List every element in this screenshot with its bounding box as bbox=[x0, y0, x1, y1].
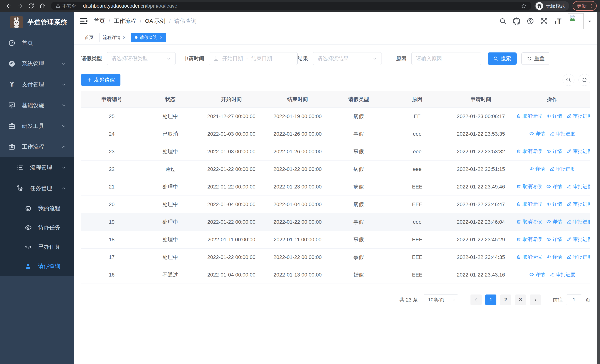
progress-action-link[interactable]: 审批进度 bbox=[567, 218, 590, 225]
avatar[interactable] bbox=[568, 13, 584, 29]
avatar-caret-icon[interactable] bbox=[587, 19, 592, 24]
github-icon[interactable] bbox=[513, 18, 520, 25]
cancel-action-link[interactable]: 取消请假 bbox=[516, 236, 542, 243]
progress-action-link[interactable]: 审批进度 bbox=[567, 254, 590, 260]
page-button-3[interactable]: 3 bbox=[515, 295, 526, 305]
detail-action-link[interactable]: 详情 bbox=[546, 236, 562, 243]
cell-reason: EEE bbox=[387, 266, 448, 284]
apply-time-range-picker[interactable]: 开始日期 - 结束日期 bbox=[209, 52, 298, 65]
close-icon[interactable]: × bbox=[160, 35, 162, 40]
sidebar-item-payment[interactable]: ¥支付管理 bbox=[0, 74, 74, 95]
detail-action-link[interactable]: 详情 bbox=[546, 201, 562, 207]
goto-page-input[interactable]: 1 bbox=[566, 295, 582, 305]
cancel-action-link[interactable]: 取消请假 bbox=[516, 148, 542, 155]
reset-button[interactable]: 重置 bbox=[521, 52, 550, 65]
cell-applied: 2022-01-23 00:06:17 bbox=[448, 107, 514, 125]
sidebar-item-done-tasks[interactable]: 已办任务 bbox=[0, 237, 74, 257]
cancel-action-link[interactable]: 取消请假 bbox=[516, 183, 542, 190]
detail-action-link[interactable]: 详情 bbox=[529, 131, 545, 137]
progress-action-link[interactable]: 审批进度 bbox=[550, 166, 575, 172]
progress-action-link[interactable]: 审批进度 bbox=[567, 236, 590, 243]
progress-action-link[interactable]: 审批进度 bbox=[567, 148, 590, 155]
progress-action-link[interactable]: 审批进度 bbox=[567, 183, 590, 190]
header-search-icon[interactable] bbox=[499, 18, 506, 25]
pen-icon bbox=[567, 254, 572, 259]
browser-reload-icon[interactable] bbox=[28, 3, 34, 9]
address-bar[interactable]: 不安全 dashboard.yudao.iocoder.cn /bpm/oa/l… bbox=[51, 2, 531, 10]
reason-input[interactable]: 请输入原因 bbox=[411, 52, 481, 65]
sidebar-item-leave-query[interactable]: 请假查询 bbox=[0, 257, 74, 276]
fullscreen-icon[interactable] bbox=[540, 18, 548, 25]
sidebar-item-todo-tasks[interactable]: 待办任务 bbox=[0, 218, 74, 237]
close-icon[interactable]: × bbox=[123, 35, 126, 40]
cell-actions: 取消请假详情审批进度 bbox=[514, 248, 590, 266]
cell-type: 事假 bbox=[331, 143, 386, 160]
cancel-action-link[interactable]: 取消请假 bbox=[516, 254, 542, 260]
cancel-action-link[interactable]: 取消请假 bbox=[516, 218, 542, 225]
progress-action-link[interactable]: 审批进度 bbox=[550, 271, 575, 278]
result-select[interactable]: 请选择流结果 bbox=[313, 52, 382, 65]
browser-forward-icon[interactable] bbox=[17, 3, 23, 9]
prev-page-button[interactable] bbox=[470, 295, 482, 305]
sidebar-item-process-mgmt[interactable]: 流程管理 bbox=[0, 157, 74, 178]
detail-action-link[interactable]: 详情 bbox=[546, 148, 562, 155]
pen-icon bbox=[567, 114, 572, 118]
sidebar-item-label: 流程管理 bbox=[30, 164, 52, 171]
browser-back-icon[interactable] bbox=[6, 3, 12, 9]
cell-applied: 2022-01-22 23:53:35 bbox=[448, 125, 514, 143]
trash-icon bbox=[516, 202, 521, 206]
breadcrumb-item[interactable]: 首页 bbox=[94, 17, 105, 25]
next-page-button[interactable] bbox=[530, 295, 541, 305]
navbar-tools: TT bbox=[499, 13, 597, 29]
sidebar-item-system[interactable]: 系统管理 bbox=[0, 53, 74, 74]
detail-action-link[interactable]: 详情 bbox=[546, 113, 562, 119]
detail-action-link[interactable]: 详情 bbox=[529, 166, 545, 172]
chevron-down-icon bbox=[166, 56, 171, 61]
browser-menu-icon[interactable] bbox=[590, 3, 594, 9]
cancel-action-link[interactable]: 取消请假 bbox=[516, 113, 542, 119]
sidebar-item-workflow[interactable]: 工作流程 bbox=[0, 136, 74, 157]
sidebar-item-task-mgmt[interactable]: 任务管理 bbox=[0, 178, 74, 199]
breadcrumb-separator: / bbox=[140, 18, 141, 24]
create-leave-button[interactable]: 发起请假 bbox=[81, 74, 121, 86]
hamburger-icon[interactable] bbox=[80, 18, 88, 24]
calendar-icon bbox=[213, 56, 219, 61]
detail-action-link[interactable]: 详情 bbox=[546, 254, 562, 260]
search-button[interactable]: 搜索 bbox=[488, 52, 517, 65]
sidebar-logo-row[interactable]: 芋道管理系统 bbox=[0, 12, 74, 33]
page-size-select[interactable]: 10条/页 bbox=[423, 295, 458, 305]
help-icon[interactable] bbox=[527, 18, 534, 25]
progress-action-link[interactable]: 审批进度 bbox=[567, 201, 590, 207]
font-size-icon[interactable]: TT bbox=[554, 18, 562, 25]
sidebar-item-my-process[interactable]: 我的流程 bbox=[0, 199, 74, 218]
browser-scrollbar[interactable] bbox=[597, 12, 600, 364]
breadcrumb-item[interactable]: 工作流程 bbox=[114, 17, 136, 25]
breadcrumb-item[interactable]: OA 示例 bbox=[145, 17, 166, 25]
tab-home[interactable]: 首页 bbox=[81, 33, 97, 42]
page-button-2[interactable]: 2 bbox=[500, 295, 511, 305]
progress-action-link[interactable]: 审批进度 bbox=[550, 131, 575, 137]
toggle-search-button[interactable] bbox=[562, 74, 574, 86]
tab-leave-query[interactable]: 请假查询× bbox=[131, 33, 166, 42]
detail-action-link[interactable]: 详情 bbox=[529, 271, 545, 278]
detail-action-link[interactable]: 详情 bbox=[546, 218, 562, 225]
sidebar-item-infra[interactable]: 基础设施 bbox=[0, 95, 74, 116]
goto-label: 前往 bbox=[553, 297, 563, 303]
tab-process-detail[interactable]: 流程详情× bbox=[99, 33, 129, 42]
cell-end: 2022-01-26 00:00:00 bbox=[264, 125, 331, 143]
refresh-table-button[interactable] bbox=[579, 74, 590, 86]
browser-update-button[interactable]: 更新 bbox=[572, 1, 597, 11]
sidebar-item-home[interactable]: 首页 bbox=[0, 33, 74, 53]
sidebar-item-label: 请假查询 bbox=[38, 262, 60, 270]
page-button-1[interactable]: 1 bbox=[485, 295, 497, 305]
cell-type: 事假 bbox=[331, 213, 386, 231]
leave-type-select[interactable]: 请选择请假类型 bbox=[107, 52, 176, 65]
cancel-action-link[interactable]: 取消请假 bbox=[516, 201, 542, 207]
detail-action-link[interactable]: 详情 bbox=[546, 183, 562, 190]
sidebar-item-label: 系统管理 bbox=[22, 60, 44, 68]
sidebar-item-dev-tools[interactable]: 研发工具 bbox=[0, 116, 74, 136]
cell-id: 21 bbox=[81, 178, 142, 196]
progress-action-link[interactable]: 审批进度 bbox=[567, 113, 590, 119]
bookmark-star-icon[interactable] bbox=[521, 3, 527, 9]
browser-home-icon[interactable] bbox=[39, 3, 45, 9]
